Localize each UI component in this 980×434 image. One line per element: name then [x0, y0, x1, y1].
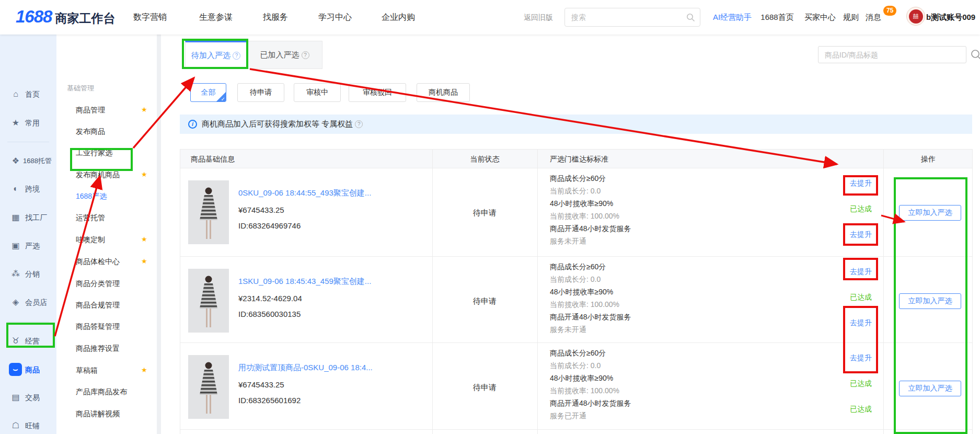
star-icon: ★ — [10, 118, 21, 128]
favorite-star-icon[interactable]: ★ — [141, 256, 147, 267]
submenu-item-goods-explainer-video[interactable]: 商品讲解视频 — [76, 408, 120, 419]
nav-business-advisor[interactable]: 生意参谋 — [199, 0, 233, 35]
shop-icon: ☖ — [10, 420, 21, 431]
sidebar-item-favorites[interactable]: ★ 常用 — [0, 112, 56, 133]
sidebar-item-shop[interactable]: ☖ 旺铺 — [0, 415, 56, 434]
submenu-item-publish-opportunity-goods[interactable]: 发布商机商品 — [76, 169, 120, 180]
table-header: 商品基础信息 当前状态 严选门槛达标标准 操作 — [180, 150, 972, 168]
submenu-item-goods-recommendation-settings[interactable]: 商品推荐设置 — [76, 343, 120, 353]
ai-assistant-link[interactable]: AI经营助手 — [713, 0, 752, 35]
sidebar-item-goods[interactable]: ⌣ 商品 — [0, 359, 56, 380]
product-title-link[interactable]: 0SKU_09-06 18:44:55_493聚宝创建... — [238, 188, 371, 198]
join-yanxuan-button[interactable]: 立即加入严选 — [899, 205, 961, 221]
improve-link[interactable]: 去提升 — [849, 178, 872, 188]
submenu-item-industry-expert-pick[interactable]: 工业行家选 — [76, 147, 112, 158]
col-header-current-status: 当前状态 — [432, 150, 537, 168]
link-buyer-center[interactable]: 买家中心 — [804, 0, 836, 35]
join-yanxuan-button[interactable]: 立即加入严选 — [899, 381, 961, 396]
sidebar-item-member-store[interactable]: ◈ 会员店 — [0, 292, 56, 313]
join-yanxuan-button[interactable]: 立即加入严选 — [899, 293, 961, 309]
nav-learning-center[interactable]: 学习中心 — [318, 0, 352, 35]
submenu-item-goods-management[interactable]: 商品管理 — [76, 105, 105, 115]
product-search-input[interactable] — [818, 47, 966, 63]
nav-digital-marketing[interactable]: 数字营销 — [133, 0, 167, 35]
submenu-item-operation-hosting[interactable]: 运营托管 — [76, 212, 105, 223]
submenu-item-waao-customization[interactable]: 哇噢定制 — [76, 234, 105, 245]
favorite-star-icon[interactable]: ★ — [141, 234, 147, 245]
criterion-48h-shipping-status: 服务未开通 — [550, 236, 586, 246]
table-row: 0SKU_09-06 18:44:55_493聚宝创建... ¥6745433.… — [180, 168, 972, 257]
criterion-growth-score: 商品成长分≥60分 — [550, 174, 606, 183]
check-icon: ✓ — [221, 96, 225, 102]
logo-1688-workbench[interactable]: 1688 商家工作台 — [16, 7, 115, 27]
sidebar-item-find-factory[interactable]: ▦ 找工厂 — [0, 207, 56, 228]
table-row: 用功测试置顶商品-0SKU_09-06 18:4... ¥6745433.25 … — [180, 343, 972, 430]
help-icon[interactable]: ? — [302, 51, 309, 59]
product-id: ID:683560030135 — [238, 310, 301, 318]
submenu-item-goods-compliance-management[interactable]: 商品合规管理 — [76, 300, 120, 310]
col-header-product-info: 商品基础信息 — [191, 150, 235, 168]
help-icon[interactable]: ? — [355, 120, 363, 128]
help-icon[interactable]: ? — [233, 52, 240, 60]
criterion-growth-current: 当前成长分: 0.0 — [550, 361, 601, 370]
submenu-item-goods-qa-management[interactable]: 商品答疑管理 — [76, 321, 120, 332]
improve-link[interactable]: 去提升 — [849, 352, 872, 363]
message-count-badge[interactable]: 75 — [883, 6, 896, 16]
favorite-star-icon[interactable]: ★ — [141, 169, 147, 180]
search-icon[interactable] — [970, 49, 980, 61]
sidebar-item-trade[interactable]: ▤ 交易 — [0, 387, 56, 408]
submenu-item-goods-checkup-center[interactable]: 商品体检中心 — [76, 256, 120, 267]
sidebar-item-distribution[interactable]: ⁂ 分销 — [0, 264, 56, 284]
home-icon: ⌂ — [10, 89, 21, 99]
submenu-item-product-library-publish[interactable]: 产品库商品发布 — [76, 386, 127, 397]
filter-all[interactable]: 全部 ✓ — [190, 83, 226, 102]
account-name[interactable]: b测试账号009 — [926, 0, 975, 35]
factory-icon: ▦ — [10, 212, 21, 223]
submenu-scrollbar[interactable] — [157, 35, 161, 434]
submenu-section-basic-management: 基础管理 — [67, 83, 94, 94]
tab-joined-yanxuan[interactable]: 已加入严选 ? — [247, 41, 322, 69]
link-1688-home[interactable]: 1688首页 — [760, 0, 793, 35]
tab-pending-yanxuan[interactable]: 待加入严选 ? — [185, 41, 247, 69]
sidebar-item-cross-border[interactable]: ◐ 跨境 — [0, 178, 56, 199]
favorite-star-icon[interactable]: ★ — [141, 105, 147, 115]
back-to-old-version-link[interactable]: 返回旧版 — [524, 0, 553, 35]
nav-enterprise-purchase[interactable]: 企业内购 — [382, 0, 415, 35]
criterion-pickup-current: 当前揽收率: 100.00% — [550, 386, 619, 395]
avatar[interactable]: 囍 — [906, 7, 925, 26]
product-title-link[interactable]: 1SKU_09-06 18:45:43_459聚宝创建... — [238, 277, 371, 287]
status-label: 待申请 — [432, 383, 537, 393]
link-messages[interactable]: 消息 — [866, 0, 881, 35]
link-rules[interactable]: 规则 — [843, 0, 859, 35]
filter-opportunity-goods[interactable]: 商机商品 — [417, 83, 470, 102]
submenu-item-publish-goods[interactable]: 发布商品 — [76, 126, 105, 136]
product-price: ¥2314.52-4629.04 — [238, 294, 302, 303]
submenu-item-1688-yanxuan[interactable]: 1688严选 — [76, 191, 107, 201]
products-table: 商品基础信息 当前状态 严选门槛达标标准 操作 0SKU_09-06 — [180, 149, 973, 434]
submenu-item-drafts[interactable]: 草稿箱 — [76, 365, 98, 375]
sidebar-item-1688-hosting[interactable]: ❖ 1688托管 — [0, 151, 56, 172]
sidebar-item-home[interactable]: ⌂ 首页 — [0, 84, 56, 105]
product-price: ¥6745433.25 — [238, 205, 284, 214]
filter-under-review[interactable]: 审核中 — [294, 83, 341, 102]
improve-link[interactable]: 去提升 — [849, 317, 872, 328]
table-row: 1SKU_09-06 18:45:43_459聚宝创建... ¥2314.52-… — [180, 257, 972, 343]
sidebar-item-operations[interactable]: ♉ 经营 — [0, 330, 56, 351]
improve-link[interactable]: 去提升 — [849, 266, 872, 277]
primary-sidebar: ⌂ 首页 ★ 常用 ❖ 1688托管 ◐ 跨境 ▦ 找工厂 ▣ 严选 ⁂ 分销 … — [0, 35, 56, 434]
nav-find-services[interactable]: 找服务 — [263, 0, 288, 35]
product-image[interactable] — [188, 269, 229, 333]
product-title-link[interactable]: 用功测试置顶商品-0SKU_09-06 18:4... — [238, 363, 373, 373]
info-icon: i — [188, 120, 197, 129]
favorite-star-icon[interactable]: ★ — [141, 365, 147, 375]
product-image[interactable] — [188, 355, 229, 419]
topbar-search-input[interactable] — [565, 8, 700, 26]
product-price: ¥6745433.25 — [238, 380, 284, 389]
sidebar-item-yanxuan[interactable]: ▣ 严选 — [0, 235, 56, 256]
product-image[interactable] — [188, 180, 229, 244]
improve-link[interactable]: 去提升 — [849, 229, 872, 239]
submenu-item-goods-category-management[interactable]: 商品分类管理 — [76, 278, 120, 289]
filter-review-rejected[interactable]: 审核驳回 — [349, 83, 406, 102]
status-label: 待申请 — [432, 296, 537, 306]
filter-pending-apply[interactable]: 待申请 — [237, 83, 284, 102]
